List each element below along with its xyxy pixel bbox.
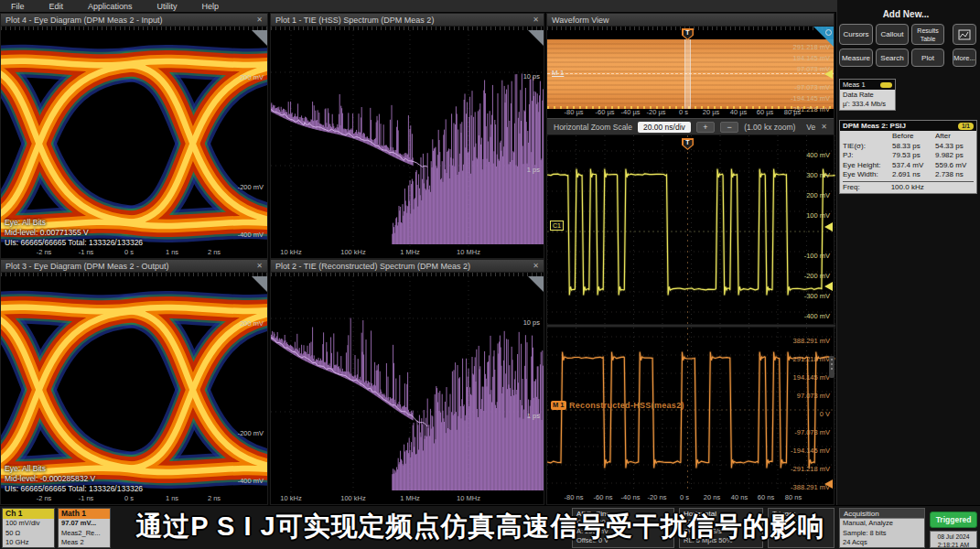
- overview-x-tick-3: -20 µs: [647, 108, 666, 116]
- plot4-resize-corner-icon[interactable]: [252, 30, 267, 46]
- overview-x-tick-5: 20 µs: [703, 108, 720, 116]
- zoom-scale-value[interactable]: 20.00 ns/div: [638, 122, 691, 133]
- dpm-page-badge[interactable]: 1/1: [958, 123, 974, 130]
- plot2-title-bar[interactable]: Plot 2 - TIE (Reconstructed) Spectrum (D…: [271, 260, 544, 273]
- zoom-x-tick-8: 80 ns: [785, 493, 802, 501]
- cursors-button[interactable]: Cursors: [839, 24, 873, 45]
- math1-ground-arrow[interactable]: [824, 479, 833, 489]
- acquisition-count: 24 Acqs: [843, 538, 924, 548]
- waveform-view-title-bar[interactable]: Waveform View: [547, 14, 834, 27]
- zoom-close-icon[interactable]: ✕: [821, 123, 827, 131]
- plot4-eye-stats: Eye: All Bits Mid-level: 0.00771355 V UI…: [5, 218, 143, 248]
- overview-x-tick-4: 0 s: [679, 108, 688, 116]
- menu-bar: FileEditApplicationsUtilityHelp: [0, 0, 980, 12]
- trigger-level-arrow[interactable]: [824, 282, 833, 291]
- zoom-x-tick-0: -80 ns: [565, 493, 584, 501]
- overview-x-tick-2: -40 µs: [621, 108, 641, 116]
- tie-recon-spectrum-canvas: [271, 276, 544, 504]
- plot4-eye-input-panel: Plot 4 - Eye Diagram (DPM Meas 2 - Input…: [0, 13, 268, 259]
- add-new-heading: Add New...: [837, 9, 975, 19]
- plot3-close-icon[interactable]: ✕: [256, 262, 263, 270]
- zoom-x-tick-2: -40 ns: [621, 493, 641, 501]
- meas1-value: µ': 333.4 Mb/s: [843, 100, 892, 109]
- meas1-type: Data Rate: [843, 91, 892, 100]
- acquisition-badge[interactable]: Acquisition Manual, Analyze Sample: 8 bi…: [839, 508, 925, 548]
- screen-capture-icon-button[interactable]: [953, 24, 976, 45]
- plot4-stat-eye: Eye: All Bits: [5, 218, 143, 228]
- zoom-in-button[interactable]: +: [696, 122, 715, 133]
- overview-ground-arrow[interactable]: [824, 70, 833, 79]
- zoom-x-tick-6: 40 ns: [731, 493, 748, 501]
- overview-x-tick-6: 40 µs: [730, 108, 748, 116]
- plot2-resize-corner-icon[interactable]: [528, 276, 544, 292]
- math1-scale: 97.07 mV...: [61, 519, 110, 529]
- plot4-title-bar[interactable]: Plot 4 - Eye Diagram (DPM Meas 2 - Input…: [1, 14, 267, 27]
- dpm-title: DPM Meas 2: PSIJ: [843, 122, 906, 130]
- plot2-close-icon[interactable]: ✕: [533, 262, 539, 270]
- math1-waveform-label: Reconstructed-HSS(meas2): [569, 401, 684, 410]
- menu-item-4[interactable]: Help: [202, 2, 220, 11]
- plot3-title: Plot 3 - Eye Diagram (DPM Meas 2 - Outpu…: [5, 262, 169, 271]
- menu-item-2[interactable]: Applications: [88, 2, 133, 11]
- dpm-row-eyeheight-label: Eye Height:: [843, 161, 892, 171]
- plot3-title-bar[interactable]: Plot 3 - Eye Diagram (DPM Meas 2 - Outpu…: [1, 260, 267, 273]
- plot1-title-bar[interactable]: Plot 1 - TIE (HSS) Spectrum (DPM Meas 2)…: [271, 14, 544, 27]
- plot3-plot-area: 200 mV-200 mV-400 mV Eye: All Bits Mid-l…: [1, 276, 267, 504]
- plot1-title: Plot 1 - TIE (HSS) Spectrum (DPM Meas 2): [275, 16, 434, 25]
- plot3-resize-corner-icon[interactable]: [252, 276, 267, 292]
- splitter-handle[interactable]: [829, 356, 835, 378]
- callout-button[interactable]: Callout: [876, 24, 909, 45]
- waveform-zoom-canvas: [547, 135, 835, 491]
- plot2-plot-area: 10 ps1 ps 10 kHz100 kHz1 MHz10 MHz: [271, 276, 544, 504]
- zoom-out-button[interactable]: −: [720, 122, 738, 133]
- dpm-meas2-results-card[interactable]: DPM Meas 2: PSIJ 1/1 Before After TIE(σ)…: [839, 120, 977, 194]
- dpm-row-pj-label: PJ:: [843, 151, 892, 161]
- dpm-row-pj-before: 79.53 ps: [892, 151, 935, 161]
- plot1-resize-corner-icon[interactable]: [528, 30, 544, 46]
- menu-item-1[interactable]: Edit: [49, 2, 64, 11]
- more-button[interactable]: More...: [953, 48, 976, 67]
- plot4-title: Plot 4 - Eye Diagram (DPM Meas 2 - Input…: [5, 16, 163, 25]
- dpm-freq-row: Freq: 100.0 kHz: [843, 181, 974, 192]
- plot4-stat-uis: UIs: 66665/66665 Total: 133326/133326: [5, 238, 143, 248]
- results-table-button[interactable]: Results Table: [911, 24, 944, 45]
- plot3-eye-output-panel: Plot 3 - Eye Diagram (DPM Meas 2 - Outpu…: [0, 259, 268, 505]
- overview-math1-badge[interactable]: M 1: [552, 69, 564, 77]
- right-control-panel: Add New... Cursors Callout Results Table…: [836, 0, 980, 505]
- menu-item-3[interactable]: Utility: [157, 2, 178, 11]
- overview-x-tick-8: 80 µs: [784, 108, 802, 116]
- oscilloscope-screen: FileEditApplicationsUtilityHelp Plot 4 -…: [0, 0, 980, 549]
- ch1-scale: 100 mV/div: [5, 519, 54, 529]
- triggered-status-button[interactable]: Triggered: [930, 511, 977, 528]
- dpm-row-tie-after: 54.33 ps: [935, 142, 975, 152]
- acquisition-title: Acquisition: [840, 509, 924, 519]
- ch1-ground-arrow[interactable]: [824, 222, 833, 231]
- menu-item-0[interactable]: File: [11, 2, 25, 11]
- plot4-close-icon[interactable]: ✕: [256, 16, 263, 24]
- overview-zoom-magnifier-icon[interactable]: [813, 27, 834, 47]
- zoom-x-axis: -80 ns-60 ns-40 ns-20 ns0 s20 ns40 ns60 …: [547, 493, 834, 504]
- dpm-freq-value: 100.0 kHz: [891, 183, 924, 192]
- math1-settings-badge[interactable]: Math 1 97.07 mV... Meas2_Re... Meas 2: [58, 508, 111, 548]
- search-button[interactable]: Search: [876, 48, 909, 67]
- waveform-view-title: Waveform View: [552, 16, 609, 25]
- math1-waveform-badge[interactable]: M 1: [551, 401, 566, 410]
- plot1-close-icon[interactable]: ✕: [533, 16, 539, 24]
- measure-button[interactable]: Measure: [839, 48, 873, 67]
- zoom-x-tick-4: 0 s: [680, 493, 689, 501]
- dpm-row-tie-label: TIE(σ):: [843, 142, 892, 152]
- math1-badge-title: Math 1: [59, 509, 110, 519]
- channel1-badge[interactable]: C1: [550, 221, 564, 231]
- dpm-col-before: Before: [892, 132, 935, 142]
- plot4-plot-area: 200 mV-200 mV-400 mV Eye: All Bits Mid-l…: [1, 30, 267, 258]
- ch1-badge-title: Ch 1: [3, 509, 54, 519]
- plot-button[interactable]: Plot: [911, 48, 944, 67]
- zoom-scale-label: Horizontal Zoom Scale: [554, 123, 632, 132]
- meas1-title: Meas 1: [843, 81, 866, 89]
- datetime-display: 08 Jul 2024 2:18:21 AM: [930, 531, 977, 548]
- dpm-row-eyeheight-after: 559.6 mV: [935, 161, 975, 171]
- plot4-stat-midlevel: Mid-level: 0.00771355 V: [5, 228, 143, 238]
- ch1-settings-badge[interactable]: Ch 1 100 mV/div 50 Ω 10 GHz: [2, 508, 55, 548]
- meas1-badge[interactable]: Meas 1 Data Rate µ': 333.4 Mb/s: [839, 79, 896, 111]
- overview-zoom-window[interactable]: [684, 39, 691, 109]
